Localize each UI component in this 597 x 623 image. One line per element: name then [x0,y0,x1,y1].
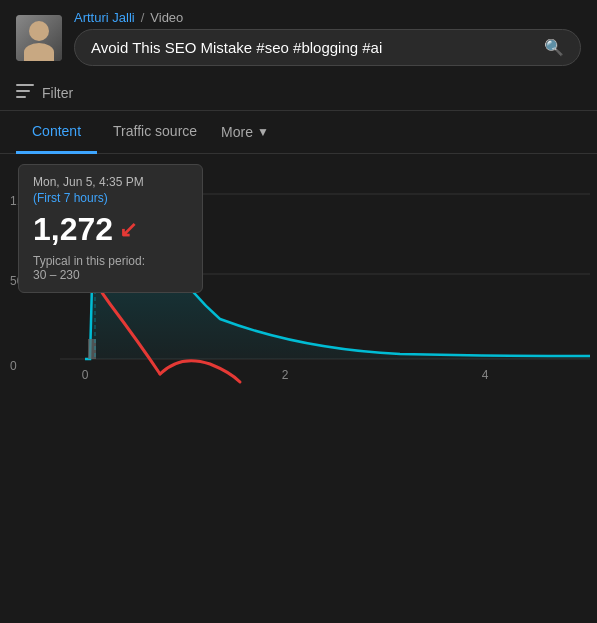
svg-text:4: 4 [482,368,489,382]
tooltip-date: Mon, Jun 5, 4:35 PM [33,175,188,189]
filter-icon [16,84,34,102]
search-text: Avoid This SEO Mistake #seo #blogging #a… [91,39,536,56]
chart-container: Mon, Jun 5, 4:35 PM (First 7 hours) 1,27… [0,154,597,534]
tab-more[interactable]: More ▼ [213,112,277,152]
tooltip-period: (First 7 hours) [33,191,188,205]
search-bar[interactable]: Avoid This SEO Mistake #seo #blogging #a… [74,29,581,66]
breadcrumb: Artturi Jalli / Video [74,10,581,25]
breadcrumb-separator: / [141,10,145,25]
tab-traffic-source[interactable]: Traffic source [97,111,213,154]
header: Artturi Jalli / Video Avoid This SEO Mis… [0,0,597,76]
avatar[interactable] [16,15,62,61]
svg-text:2: 2 [282,368,289,382]
filter-label[interactable]: Filter [42,85,73,101]
svg-rect-2 [16,96,26,98]
chevron-down-icon: ▼ [257,125,269,139]
tooltip-typical: Typical in this period: 30 – 230 [33,254,188,282]
tooltip-arrow-icon: ↙ [119,217,137,243]
filter-bar: Filter [0,76,597,111]
breadcrumb-page: Video [150,10,183,25]
svg-rect-1 [16,90,30,92]
tooltip: Mon, Jun 5, 4:35 PM (First 7 hours) 1,27… [18,164,203,293]
svg-rect-0 [16,84,34,86]
tabs: Content Traffic source More ▼ [0,111,597,154]
tab-content[interactable]: Content [16,111,97,154]
search-icon[interactable]: 🔍 [544,38,564,57]
tooltip-value: 1,272 ↙ [33,211,188,248]
svg-text:0: 0 [82,368,89,382]
breadcrumb-username[interactable]: Artturi Jalli [74,10,135,25]
